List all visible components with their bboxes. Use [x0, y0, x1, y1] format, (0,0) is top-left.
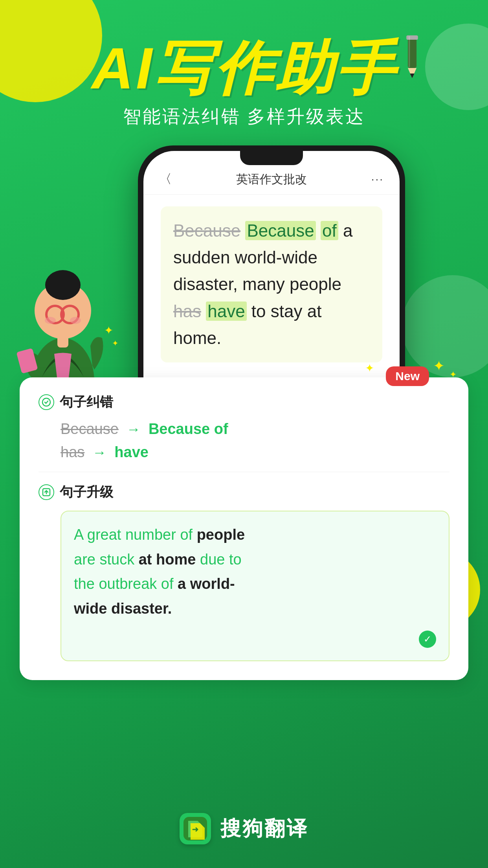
- app-name-label: 搜狗翻译: [220, 815, 308, 842]
- card-divider: [39, 472, 449, 472]
- corrected-have: have: [206, 302, 246, 321]
- section-correction-title: 句子纠错: [39, 393, 449, 411]
- phone-screen-title: 英语作文批改: [236, 171, 307, 188]
- checkmark-area: ✓: [74, 625, 436, 650]
- corrected-because: Because: [245, 221, 316, 240]
- correction-row-1: Because → Because of: [61, 421, 449, 438]
- section1-label: 句子纠错: [60, 393, 113, 411]
- svg-rect-15: [16, 348, 38, 374]
- hero-title-area: AI写作助手 智能语法纠错 多样升级表达: [0, 39, 488, 129]
- checkmark-icon: ✓: [419, 631, 436, 648]
- original-because: Because: [173, 221, 240, 240]
- svg-point-12: [45, 317, 56, 324]
- svg-rect-4: [409, 36, 410, 67]
- correction-row-2: has → have: [61, 444, 449, 461]
- upgrade-text-box: A great number of people are stuck at ho…: [61, 511, 449, 661]
- upgrade-part3: are stuck: [74, 551, 134, 568]
- corrected-of: of: [321, 221, 338, 240]
- app-hero-title: AI写作助手: [92, 39, 396, 97]
- upgrade-part2: people: [197, 526, 245, 543]
- sparkle-icon-3: ✦: [365, 362, 374, 375]
- original-has: has: [173, 302, 201, 321]
- svg-marker-2: [410, 74, 414, 78]
- section-upgrade-title: 句子升级: [39, 483, 449, 501]
- phone-more-button[interactable]: ···: [371, 173, 384, 186]
- upgrade-part7: a world-: [178, 576, 235, 592]
- hero-subtitle: 智能语法纠错 多样升级表达: [0, 105, 488, 129]
- sparkle-icon-1: ✦: [433, 358, 445, 374]
- svg-rect-3: [406, 35, 418, 40]
- section2-label: 句子升级: [60, 483, 113, 501]
- upgrade-part1: A great number of: [74, 526, 193, 543]
- svg-point-8: [54, 271, 72, 289]
- correction-card-wrapper: New ✦ ✦ ✦ 句子纠错 Because → Because of has …: [0, 401, 488, 680]
- svg-rect-14: [57, 336, 68, 348]
- upgrade-part4: at home: [139, 551, 196, 568]
- sparkle-icon-2: ✦: [449, 370, 457, 380]
- new-badge: New: [386, 366, 429, 386]
- old-word-because: Because: [61, 421, 119, 438]
- app-logo: [180, 813, 211, 844]
- upgrade-section-icon: [39, 484, 54, 500]
- correction-section-icon: [39, 394, 54, 410]
- old-word-has: has: [61, 444, 84, 461]
- correction-text-block: Because Because of a sudden world-wide d…: [161, 206, 382, 362]
- footer: 搜狗翻译: [0, 813, 488, 844]
- upgrade-part5: due to: [200, 551, 242, 568]
- upgrade-part6: the outbreak of: [74, 576, 174, 592]
- correction-card: New ✦ ✦ ✦ 句子纠错 Because → Because of has …: [20, 377, 468, 680]
- phone-content: Because Because of a sudden world-wide d…: [143, 195, 400, 382]
- new-word-because: Because of: [149, 421, 228, 438]
- new-word-have: have: [114, 444, 149, 461]
- arrow-icon-2: →: [92, 444, 106, 461]
- arrow-icon-1: →: [127, 421, 141, 438]
- phone-notch: [240, 151, 303, 165]
- pencil-icon: [400, 35, 424, 83]
- corrected-sentence: Because Because of a sudden world-wide d…: [173, 217, 370, 351]
- phone-back-button[interactable]: 〈: [159, 171, 172, 188]
- upgrade-part8: wide disaster.: [74, 600, 172, 617]
